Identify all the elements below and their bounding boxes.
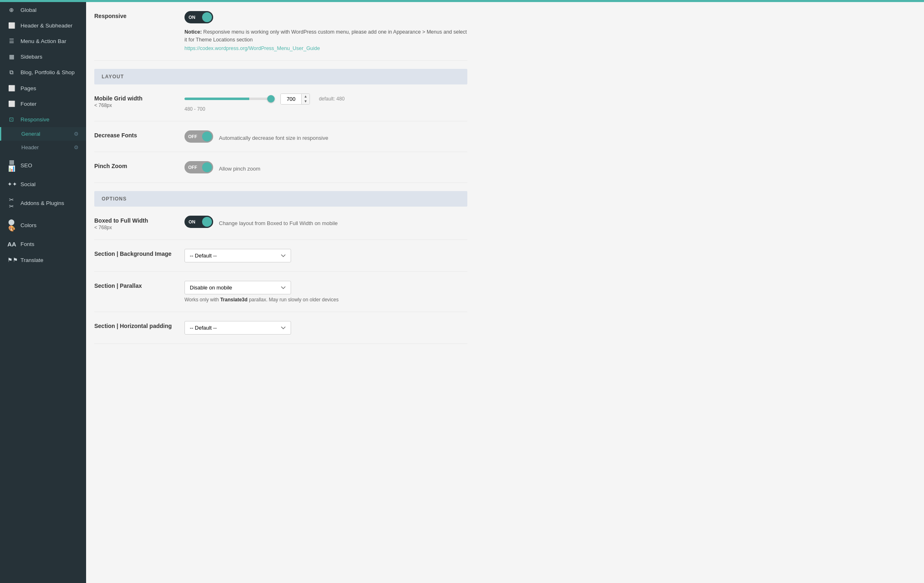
boxed-full-width-control: ON Change layout from Boxed to Full Widt… [184, 216, 467, 228]
number-input-wrap: ▲ ▼ [280, 93, 310, 105]
pinch-zoom-desc: Allow pinch zoom [219, 163, 260, 172]
notice-link[interactable]: https://codex.wordpress.org/WordPress_Me… [184, 46, 467, 51]
toggle-circle [202, 12, 212, 22]
toggle-on-label: ON [189, 219, 196, 224]
sidebar-item-label: Fonts [20, 241, 34, 247]
sidebar-item-label: Addons & Plugins [20, 200, 64, 206]
section-bg-image-label: Section | Background Image [94, 249, 184, 257]
section-bg-image-select[interactable]: -- Default -- Enable on mobile Disable o… [184, 249, 291, 262]
sidebar-item-global[interactable]: Global [0, 2, 86, 18]
sidebar-item-footer[interactable]: Footer [0, 96, 86, 112]
options-section-header: OPTIONS [94, 191, 467, 207]
sidebar-item-label: Pages [20, 85, 36, 91]
sidebar-item-colors[interactable]: 🎨 Colors [0, 214, 86, 236]
responsive-toggle-wrap[interactable]: ON [184, 11, 213, 23]
sidebar-item-menu-action-bar[interactable]: Menu & Action Bar [0, 33, 86, 49]
responsive-setting-row: Responsive ON Notice: Responsive menu is… [94, 2, 467, 61]
decrease-fonts-desc: Automatically decrease font size in resp… [219, 132, 328, 141]
decrease-fonts-toggle[interactable]: OFF [184, 130, 213, 143]
boxed-full-width-sublabel: < 768px [94, 225, 184, 230]
sidebar-item-fonts[interactable]: A Fonts [0, 236, 86, 252]
sidebar-item-label: Colors [20, 222, 36, 228]
sidebar-item-label: Social [20, 181, 36, 187]
menu-icon [7, 38, 16, 44]
gear-icon: ⚙ [74, 144, 79, 150]
sidebar-item-label: Footer [20, 101, 36, 107]
section-parallax-label: Section | Parallax [94, 281, 184, 289]
toggle-circle [202, 162, 212, 172]
section-bg-image-control: -- Default -- Enable on mobile Disable o… [184, 249, 467, 262]
mobile-grid-label: Mobile Grid width < 768px [94, 93, 184, 108]
sidebar-item-social[interactable]: ✦ Social [0, 176, 86, 192]
sidebar-item-blog-portfolio-shop[interactable]: Blog, Portfolio & Shop [0, 64, 86, 80]
section-horiz-padding-row: Section | Horizontal padding -- Default … [94, 312, 467, 344]
main-content: Responsive ON Notice: Responsive menu is… [86, 0, 924, 583]
responsive-label: Responsive [94, 11, 184, 19]
sidebar: Global Header & Subheader Menu & Action … [0, 0, 86, 583]
boxed-full-width-toggle[interactable]: ON [184, 216, 213, 228]
sidebar-item-label: Blog, Portfolio & Shop [20, 69, 75, 75]
toggle-circle [202, 132, 212, 141]
footer-icon [7, 100, 16, 107]
pinch-zoom-toggle[interactable]: OFF [184, 161, 213, 173]
section-horiz-padding-select[interactable]: -- Default -- Enable on mobile Disable o… [184, 321, 291, 335]
sidebar-item-label: Global [20, 7, 36, 13]
toggle-circle [202, 217, 212, 227]
section-bg-image-row: Section | Background Image -- Default --… [94, 240, 467, 272]
pinch-zoom-label: Pinch Zoom [94, 161, 184, 169]
sidebar-item-label: Header & Subheader [20, 23, 73, 29]
sidebar-item-sidebars[interactable]: Sidebars [0, 49, 86, 64]
parallax-note-bold: Translate3d [220, 297, 248, 303]
addons-icon: ✂ [7, 196, 16, 210]
pinch-zoom-row: Pinch Zoom OFF Allow pinch zoom [94, 152, 467, 183]
increment-button[interactable]: ▲ [302, 94, 310, 99]
notice-bold: Notice: [184, 29, 202, 35]
boxed-full-width-label: Boxed to Full Width < 768px [94, 216, 184, 230]
sidebar-sub-label: Header [21, 144, 39, 150]
fonts-icon: A [7, 241, 16, 248]
section-parallax-note: Works only with Translate3d parallax. Ma… [184, 297, 467, 303]
pages-icon [7, 85, 16, 91]
section-parallax-select[interactable]: -- Default -- Enable on mobile Disable o… [184, 281, 291, 294]
section-parallax-control: -- Default -- Enable on mobile Disable o… [184, 281, 467, 303]
decrease-fonts-control: OFF Automatically decrease font size in … [184, 130, 467, 143]
sidebar-item-label: Translate [20, 257, 43, 263]
decrease-fonts-label: Decrease Fonts [94, 130, 184, 139]
sidebar-item-header-subheader[interactable]: Header & Subheader [0, 18, 86, 33]
sidebar-sub-item-general[interactable]: General ⚙ [0, 127, 86, 141]
toggle-on-label: ON [189, 15, 196, 20]
gear-icon: ⚙ [74, 131, 79, 137]
sidebar-item-label: SEO [20, 162, 32, 169]
sidebar-sub-label: General [21, 131, 40, 137]
sidebar-item-translate[interactable]: ⚑ Translate [0, 252, 86, 268]
mobile-grid-slider[interactable] [184, 98, 275, 100]
mobile-grid-number-input[interactable] [281, 94, 301, 104]
responsive-toggle[interactable]: ON [184, 11, 213, 23]
notice-body: Responsive menu is working only with Wor… [184, 29, 467, 43]
layout-section-header: LAYOUT [94, 69, 467, 84]
slider-row: ▲ ▼ default: 480 [184, 93, 467, 105]
sidebar-item-pages[interactable]: Pages [0, 80, 86, 96]
decrement-button[interactable]: ▼ [302, 99, 310, 104]
global-icon [7, 7, 16, 13]
seo-icon: 📊 [7, 159, 16, 172]
slider-range-label: 480 - 700 [184, 106, 467, 112]
mobile-grid-sublabel: < 768px [94, 102, 184, 108]
parallax-note-after: parallax. May run slowly on older device… [248, 297, 339, 303]
default-label: default: 480 [319, 96, 345, 102]
responsive-notice: Notice: Responsive menu is working only … [184, 28, 467, 44]
content-area: Responsive ON Notice: Responsive menu is… [86, 2, 476, 360]
sidebar-item-label: Responsive [20, 116, 50, 123]
sidebar-sub-item-header[interactable]: Header ⚙ [0, 141, 86, 154]
sidebar-item-addons-plugins[interactable]: ✂ Addons & Plugins [0, 192, 86, 214]
parallax-note-before: Works only with [184, 297, 220, 303]
boxed-full-width-desc: Change layout from Boxed to Full Width o… [219, 218, 338, 226]
sidebar-item-seo[interactable]: 📊 SEO [0, 154, 86, 176]
colors-icon: 🎨 [7, 219, 16, 232]
social-icon: ✦ [7, 181, 16, 187]
responsive-control: ON Notice: Responsive menu is working on… [184, 11, 467, 51]
sidebar-item-responsive[interactable]: Responsive [0, 112, 86, 127]
sidebar-icon [7, 53, 16, 60]
boxed-full-width-row: Boxed to Full Width < 768px ON Change la… [94, 207, 467, 240]
sidebar-item-label: Sidebars [20, 54, 42, 60]
